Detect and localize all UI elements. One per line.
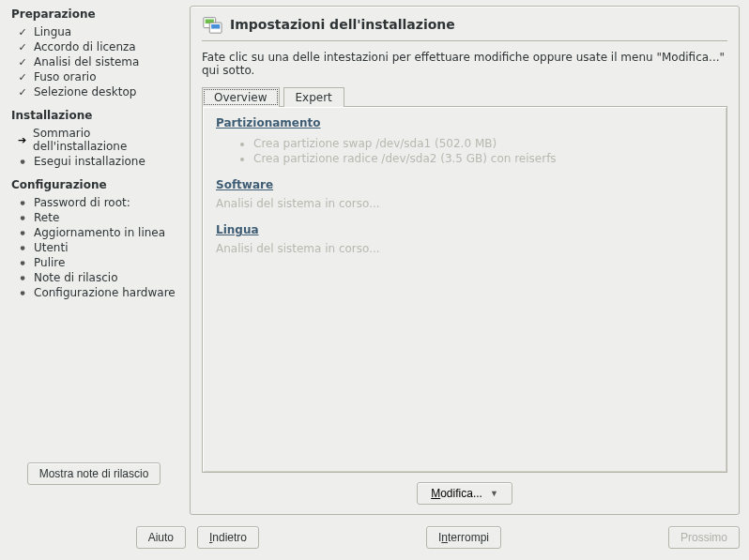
step-utenti: Utenti [11,240,176,255]
bullet-icon [17,156,28,168]
language-status: Analisi del sistema in corso... [216,242,713,255]
step-lingua: Lingua [11,24,176,39]
step-aggiornamento-linea: Aggiornamento in linea [11,225,176,240]
step-note-rilascio: Note di rilascio [11,270,176,285]
step-configurazione-hardware: Configurazione hardware [11,285,176,300]
check-icon [17,56,28,68]
sidebar-section-configurazione: Configurazione [11,178,176,191]
partitioning-list: Crea partizione swap /dev/sda1 (502.0 MB… [216,137,713,165]
abort-button[interactable]: Interrompi [426,526,501,549]
software-status: Analisi del sistema in corso... [216,197,713,210]
bullet-icon [17,272,28,284]
step-accordo-licenza: Accordo di licenza [11,39,176,54]
step-esegui-installazione: Esegui installazione [11,154,176,169]
installer-icon [202,14,222,35]
bullet-icon [17,287,28,299]
panel-description: Fate clic su una delle intestazioni per … [202,51,727,77]
partition-item: Crea partizione radice /dev/sda2 (3.5 GB… [253,152,713,165]
check-icon [17,26,28,38]
partitioning-link[interactable]: Partizionamento [216,116,321,129]
bullet-icon [17,227,28,239]
step-analisi-sistema: Analisi del sistema [11,54,176,69]
sidebar-section-installazione: Installazione [11,109,176,122]
step-selezione-desktop: Selezione desktop [11,84,176,99]
panel-title: Impostazioni dell'installazione [230,17,455,32]
step-sommario-installazione: Sommario dell'installazione [11,126,176,154]
bullet-icon [17,212,28,224]
back-button[interactable]: Indietro [197,526,259,549]
next-button[interactable]: Prossimo [668,526,740,549]
modify-dropdown-button[interactable]: Modifica... ▼ [417,482,512,505]
step-password-root: Password di root: [11,195,176,210]
bullet-icon [17,257,28,269]
software-link[interactable]: Software [216,178,273,191]
step-rete: Rete [11,210,176,225]
tabs: Overview Expert [202,86,727,106]
bullet-icon [17,197,28,209]
step-pulire: Pulire [11,255,176,270]
content-area: Impostazioni dell'installazione Fate cli… [186,0,749,521]
tab-overview[interactable]: Overview [202,87,280,107]
step-fuso-orario: Fuso orario [11,69,176,84]
chevron-down-icon: ▼ [490,489,498,498]
sidebar: Preparazione Lingua Accordo di licenza A… [0,0,186,521]
release-notes-button[interactable]: Mostra note di rilascio [27,462,161,485]
arrow-icon [17,134,27,146]
sidebar-steps: Preparazione Lingua Accordo di licenza A… [11,8,176,462]
check-icon [17,41,28,53]
svg-rect-3 [211,24,220,29]
help-button[interactable]: Aiuto [136,526,186,549]
check-icon [17,71,28,83]
modify-label: odifica... [440,487,482,500]
tab-expert[interactable]: Expert [283,87,344,107]
bullet-icon [17,242,28,254]
settings-panel: Impostazioni dell'installazione Fate cli… [190,6,740,515]
partition-item: Crea partizione swap /dev/sda1 (502.0 MB… [253,137,713,150]
sidebar-section-preparazione: Preparazione [11,8,176,21]
language-link[interactable]: Lingua [216,223,259,236]
footer: Aiuto Indietro Interrompi Prossimo [0,521,749,560]
check-icon [17,86,28,98]
tab-content-overview: Partizionamento Crea partizione swap /de… [202,106,727,473]
